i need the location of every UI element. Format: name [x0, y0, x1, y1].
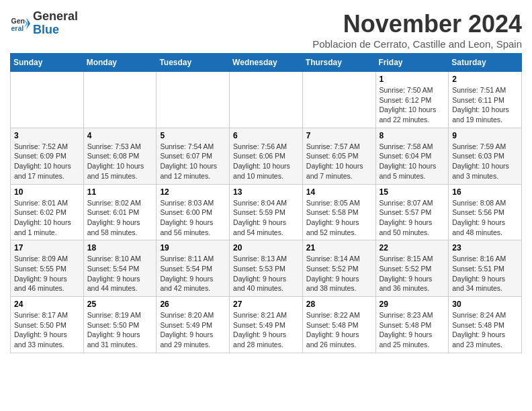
calendar-cell: 16Sunrise: 8:08 AM Sunset: 5:56 PM Dayli… — [449, 184, 522, 240]
weekday-header-thursday: Thursday — [302, 54, 375, 72]
calendar-cell: 12Sunrise: 8:03 AM Sunset: 6:00 PM Dayli… — [157, 184, 230, 240]
calendar-cell: 14Sunrise: 8:05 AM Sunset: 5:58 PM Dayli… — [302, 184, 375, 240]
calendar-cell: 19Sunrise: 8:11 AM Sunset: 5:54 PM Dayli… — [157, 240, 230, 297]
day-info: Sunrise: 8:03 AM Sunset: 6:00 PM Dayligh… — [160, 198, 226, 238]
day-info: Sunrise: 8:14 AM Sunset: 5:52 PM Dayligh… — [306, 254, 372, 293]
day-number: 15 — [380, 187, 445, 197]
day-info: Sunrise: 7:58 AM Sunset: 6:04 PM Dayligh… — [380, 142, 445, 181]
calendar-cell: 13Sunrise: 8:04 AM Sunset: 5:59 PM Dayli… — [230, 184, 303, 240]
day-number: 13 — [233, 187, 299, 197]
day-number: 8 — [380, 131, 445, 140]
day-info: Sunrise: 7:59 AM Sunset: 6:03 PM Dayligh… — [452, 142, 518, 181]
calendar-cell: 17Sunrise: 8:09 AM Sunset: 5:55 PM Dayli… — [11, 240, 84, 297]
day-number: 14 — [306, 187, 372, 197]
day-number: 12 — [160, 187, 226, 197]
day-number: 30 — [452, 300, 518, 309]
calendar-cell: 22Sunrise: 8:15 AM Sunset: 5:52 PM Dayli… — [375, 240, 449, 297]
day-info: Sunrise: 8:15 AM Sunset: 5:52 PM Dayligh… — [380, 254, 445, 293]
day-number: 17 — [14, 243, 80, 253]
calendar-cell — [83, 72, 157, 128]
day-info: Sunrise: 8:01 AM Sunset: 6:02 PM Dayligh… — [14, 198, 80, 238]
logo-blue-text: Blue — [33, 23, 59, 36]
calendar-cell: 26Sunrise: 8:20 AM Sunset: 5:49 PM Dayli… — [157, 297, 230, 353]
weekday-header-friday: Friday — [375, 54, 449, 72]
day-info: Sunrise: 8:04 AM Sunset: 5:59 PM Dayligh… — [233, 198, 299, 238]
calendar-cell: 25Sunrise: 8:19 AM Sunset: 5:50 PM Dayli… — [83, 297, 157, 353]
calendar-cell — [230, 72, 303, 128]
day-info: Sunrise: 8:11 AM Sunset: 5:54 PM Dayligh… — [160, 254, 226, 293]
calendar-cell: 23Sunrise: 8:16 AM Sunset: 5:51 PM Dayli… — [449, 240, 522, 297]
calendar-cell: 2Sunrise: 7:51 AM Sunset: 6:11 PM Daylig… — [449, 72, 522, 128]
day-info: Sunrise: 8:10 AM Sunset: 5:54 PM Dayligh… — [87, 254, 153, 293]
calendar-header-row: SundayMondayTuesdayWednesdayThursdayFrid… — [11, 54, 522, 72]
day-number: 4 — [87, 131, 153, 140]
day-info: Sunrise: 7:56 AM Sunset: 6:06 PM Dayligh… — [233, 142, 299, 181]
month-title: November 2024 — [312, 10, 522, 38]
weekday-header-monday: Monday — [83, 54, 157, 72]
day-number: 20 — [233, 243, 299, 253]
day-number: 2 — [452, 75, 518, 84]
page-header: Gen eral General Blue November 2024 Pobl… — [10, 10, 522, 50]
day-info: Sunrise: 8:09 AM Sunset: 5:55 PM Dayligh… — [14, 254, 80, 293]
day-info: Sunrise: 7:52 AM Sunset: 6:09 PM Dayligh… — [14, 142, 80, 181]
calendar-cell: 24Sunrise: 8:17 AM Sunset: 5:50 PM Dayli… — [11, 297, 84, 353]
calendar-cell — [157, 72, 230, 128]
day-number: 7 — [306, 131, 372, 140]
logo: Gen eral General Blue — [10, 10, 78, 37]
weekday-header-sunday: Sunday — [11, 54, 84, 72]
svg-text:eral: eral — [11, 24, 24, 32]
day-info: Sunrise: 8:17 AM Sunset: 5:50 PM Dayligh… — [14, 310, 80, 350]
day-number: 23 — [452, 243, 518, 253]
day-info: Sunrise: 8:08 AM Sunset: 5:56 PM Dayligh… — [452, 198, 518, 238]
day-number: 1 — [380, 75, 445, 84]
day-info: Sunrise: 8:21 AM Sunset: 5:49 PM Dayligh… — [233, 310, 299, 350]
calendar-cell: 7Sunrise: 7:57 AM Sunset: 6:05 PM Daylig… — [302, 128, 375, 184]
calendar-week-row: 1Sunrise: 7:50 AM Sunset: 6:12 PM Daylig… — [11, 72, 522, 128]
weekday-header-saturday: Saturday — [449, 54, 522, 72]
calendar-week-row: 10Sunrise: 8:01 AM Sunset: 6:02 PM Dayli… — [11, 184, 522, 240]
calendar-cell — [302, 72, 375, 128]
calendar-cell: 29Sunrise: 8:23 AM Sunset: 5:48 PM Dayli… — [375, 297, 449, 353]
title-block: November 2024 Poblacion de Cerrato, Cast… — [312, 10, 522, 50]
weekday-header-tuesday: Tuesday — [157, 54, 230, 72]
day-number: 22 — [380, 243, 445, 253]
day-info: Sunrise: 8:23 AM Sunset: 5:48 PM Dayligh… — [380, 310, 445, 350]
calendar-cell: 5Sunrise: 7:54 AM Sunset: 6:07 PM Daylig… — [157, 128, 230, 184]
day-number: 5 — [160, 131, 226, 140]
day-number: 21 — [306, 243, 372, 253]
day-number: 18 — [87, 243, 153, 253]
calendar-cell: 30Sunrise: 8:24 AM Sunset: 5:48 PM Dayli… — [449, 297, 522, 353]
day-number: 24 — [14, 300, 80, 309]
day-info: Sunrise: 7:57 AM Sunset: 6:05 PM Dayligh… — [306, 142, 372, 181]
day-info: Sunrise: 8:13 AM Sunset: 5:53 PM Dayligh… — [233, 254, 299, 293]
calendar-cell: 10Sunrise: 8:01 AM Sunset: 6:02 PM Dayli… — [11, 184, 84, 240]
day-info: Sunrise: 7:51 AM Sunset: 6:11 PM Dayligh… — [452, 85, 518, 125]
day-number: 6 — [233, 131, 299, 140]
day-info: Sunrise: 8:07 AM Sunset: 5:57 PM Dayligh… — [380, 198, 445, 238]
calendar-cell: 3Sunrise: 7:52 AM Sunset: 6:09 PM Daylig… — [11, 128, 84, 184]
day-number: 3 — [14, 131, 80, 140]
day-info: Sunrise: 8:05 AM Sunset: 5:58 PM Dayligh… — [306, 198, 372, 238]
calendar-cell: 20Sunrise: 8:13 AM Sunset: 5:53 PM Dayli… — [230, 240, 303, 297]
calendar-cell: 11Sunrise: 8:02 AM Sunset: 6:01 PM Dayli… — [83, 184, 157, 240]
day-info: Sunrise: 8:19 AM Sunset: 5:50 PM Dayligh… — [87, 310, 153, 350]
location-title: Poblacion de Cerrato, Castille and Leon,… — [312, 38, 522, 50]
calendar-week-row: 24Sunrise: 8:17 AM Sunset: 5:50 PM Dayli… — [11, 297, 522, 353]
day-info: Sunrise: 8:20 AM Sunset: 5:49 PM Dayligh… — [160, 310, 226, 350]
calendar-cell: 18Sunrise: 8:10 AM Sunset: 5:54 PM Dayli… — [83, 240, 157, 297]
day-number: 25 — [87, 300, 153, 309]
day-number: 16 — [452, 187, 518, 197]
day-number: 28 — [306, 300, 372, 309]
day-info: Sunrise: 8:02 AM Sunset: 6:01 PM Dayligh… — [87, 198, 153, 238]
calendar-cell: 9Sunrise: 7:59 AM Sunset: 6:03 PM Daylig… — [449, 128, 522, 184]
logo-general-text: General — [33, 9, 78, 23]
day-info: Sunrise: 8:24 AM Sunset: 5:48 PM Dayligh… — [452, 310, 518, 350]
day-info: Sunrise: 8:22 AM Sunset: 5:48 PM Dayligh… — [306, 310, 372, 350]
calendar-cell — [11, 72, 84, 128]
calendar-cell: 15Sunrise: 8:07 AM Sunset: 5:57 PM Dayli… — [375, 184, 449, 240]
calendar-cell: 27Sunrise: 8:21 AM Sunset: 5:49 PM Dayli… — [230, 297, 303, 353]
calendar-cell: 4Sunrise: 7:53 AM Sunset: 6:08 PM Daylig… — [83, 128, 157, 184]
day-number: 9 — [452, 131, 518, 140]
logo-icon: Gen eral — [10, 13, 30, 34]
calendar-cell: 6Sunrise: 7:56 AM Sunset: 6:06 PM Daylig… — [230, 128, 303, 184]
